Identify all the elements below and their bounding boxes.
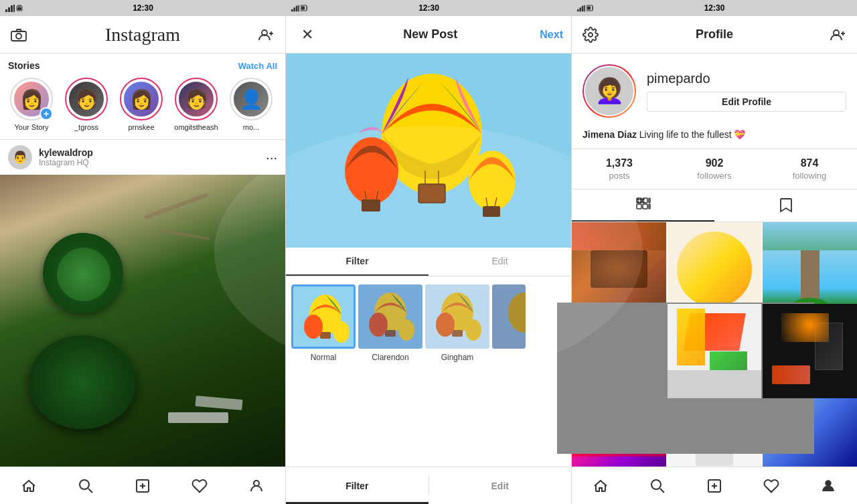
story-item-omg[interactable]: 🧑 omgitstheash <box>173 78 220 131</box>
story-name-your: Your Story <box>15 123 49 131</box>
new-post-title: New Post <box>403 27 457 41</box>
status-time-right: 12:30 <box>704 3 725 13</box>
svg-point-75 <box>637 199 639 200</box>
profile-header-section: 👩‍🦱 pimepardo Edit Profile <box>572 54 857 129</box>
svg-rect-13 <box>301 7 305 10</box>
bio-text: Living life to the fullest 💝 <box>637 129 746 140</box>
story-item-tgross[interactable]: 🧑 _tgross <box>63 78 110 131</box>
left-nav-bar <box>0 467 285 504</box>
story-name-omg: omgitstheash <box>174 123 218 131</box>
stats-row: 1,373 posts 902 followers 874 following <box>572 149 857 189</box>
svg-marker-8 <box>293 7 295 11</box>
status-signal-mid <box>291 5 307 12</box>
status-time-left: 12:30 <box>133 3 153 13</box>
story-name-prnskee: prnskee <box>128 123 154 131</box>
post-subtitle: Instagram HQ <box>39 158 93 167</box>
svg-marker-16 <box>582 5 584 11</box>
nav-heart-left[interactable] <box>185 471 214 501</box>
svg-rect-21 <box>11 31 26 41</box>
app-logo: Instagram <box>105 24 180 45</box>
next-button[interactable]: Next <box>540 29 563 41</box>
nav-add-left[interactable] <box>128 471 157 501</box>
add-person-icon[interactable] <box>828 24 849 46</box>
stories-label: Stories <box>8 60 40 71</box>
status-signal-right <box>577 5 593 12</box>
bio-name: Jimena Diaz <box>582 129 637 140</box>
story-name-tgross: _tgross <box>74 123 98 131</box>
svg-marker-14 <box>577 9 579 11</box>
svg-marker-9 <box>296 5 298 11</box>
svg-point-80 <box>643 201 644 203</box>
svg-point-79 <box>640 201 641 203</box>
svg-point-77 <box>643 199 644 200</box>
nav-search-right[interactable] <box>643 471 672 501</box>
stat-followers[interactable]: 902 followers <box>667 157 762 181</box>
profile-header-title: Profile <box>696 27 733 41</box>
photo-grid: 🧑 <box>572 222 857 467</box>
nav-home-left[interactable] <box>14 471 44 501</box>
svg-marker-1 <box>8 7 10 12</box>
camera-icon[interactable] <box>8 24 29 46</box>
post-username: kylewaldrop <box>39 147 93 158</box>
settings-icon[interactable] <box>580 24 601 46</box>
tab-bookmark[interactable] <box>714 189 857 222</box>
svg-marker-3 <box>13 5 15 12</box>
add-friend-icon[interactable] <box>256 24 277 46</box>
nav-profile-left[interactable] <box>242 471 271 501</box>
nav-search-left[interactable] <box>71 471 100 501</box>
grid-item-5[interactable] <box>668 304 762 398</box>
story-item-your[interactable]: 👩 + Your Story <box>8 78 55 131</box>
svg-marker-2 <box>11 5 13 12</box>
svg-rect-72 <box>637 204 641 209</box>
story-name-mo: mo... <box>243 123 259 131</box>
svg-point-31 <box>254 481 259 486</box>
svg-marker-15 <box>579 7 581 11</box>
svg-point-81 <box>651 480 661 489</box>
svg-marker-0 <box>5 9 7 12</box>
profile-username: pimepardo <box>647 71 846 86</box>
nav-profile-right[interactable] <box>813 471 843 501</box>
svg-marker-10 <box>298 5 299 11</box>
new-post-bottom-bar: Filter Edit <box>286 467 571 504</box>
close-button[interactable]: ✕ <box>294 26 321 44</box>
nav-heart-right[interactable] <box>757 471 786 501</box>
svg-rect-6 <box>17 7 21 10</box>
status-time-mid: 12:30 <box>418 3 439 13</box>
stat-posts-value: 1,373 <box>606 157 633 169</box>
story-item-prnskee[interactable]: 👩 prnskee <box>118 78 165 131</box>
story-item-mo[interactable]: 👤 mo... <box>228 78 275 131</box>
stat-following-value: 874 <box>801 157 819 169</box>
watch-all-button[interactable]: Watch All <box>238 61 277 71</box>
svg-rect-71 <box>649 198 650 203</box>
svg-point-86 <box>826 481 831 486</box>
status-signal-left <box>5 5 23 12</box>
edit-profile-button[interactable]: Edit Profile <box>647 92 846 112</box>
svg-rect-19 <box>593 7 593 9</box>
stat-followers-value: 902 <box>706 157 724 169</box>
stat-following[interactable]: 874 following <box>762 157 857 181</box>
stat-followers-label: followers <box>697 171 731 181</box>
svg-marker-7 <box>291 9 293 11</box>
nav-add-right[interactable] <box>700 471 729 501</box>
profile-bio: Jimena Diaz Living life to the fullest 💝 <box>572 129 857 149</box>
stat-posts-label: posts <box>609 171 629 181</box>
svg-line-27 <box>88 489 92 493</box>
svg-point-78 <box>637 201 639 203</box>
svg-rect-12 <box>307 7 307 9</box>
svg-point-22 <box>16 33 21 39</box>
grid-item-6[interactable] <box>763 304 857 398</box>
bottom-edit-button[interactable]: Edit <box>429 481 572 491</box>
svg-rect-74 <box>649 204 650 209</box>
post-avatar: 👨 <box>8 145 32 169</box>
bottom-filter-button[interactable]: Filter <box>286 481 428 491</box>
svg-rect-20 <box>587 7 591 10</box>
right-nav-bar <box>572 467 857 504</box>
profile-avatar: 👩‍🦱 <box>582 64 636 118</box>
svg-point-65 <box>589 33 593 37</box>
svg-point-26 <box>80 480 89 489</box>
svg-point-76 <box>640 199 641 200</box>
svg-marker-17 <box>584 5 585 11</box>
nav-home-right[interactable] <box>586 471 615 501</box>
svg-rect-73 <box>643 204 647 209</box>
stat-following-label: following <box>793 171 827 181</box>
